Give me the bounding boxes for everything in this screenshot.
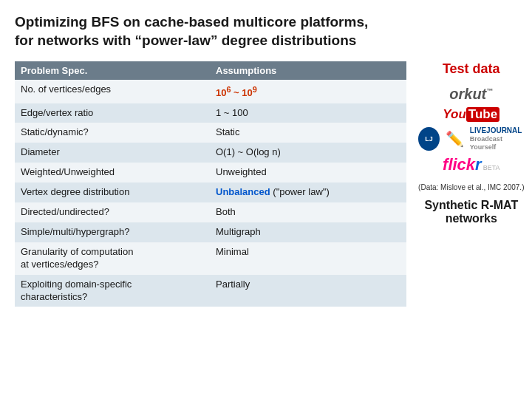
table-row: Vertex degree distribution Unbalanced ("…: [15, 183, 406, 202]
col-header-assumption: Assumptions: [210, 61, 406, 80]
flickr-logo: flickr BETA: [443, 155, 499, 174]
spec-cell: No. of vertices/edges: [15, 80, 210, 103]
spec-cell: Edge/vertex ratio: [15, 103, 210, 123]
table-row: Weighted/Unweighted Unweighted: [15, 163, 406, 183]
livejournal-row: LJ ✏️ LIVEJOURNALBroadcast Yourself: [418, 126, 525, 151]
right-panel: Test data orkut™ YouTube LJ ✏️ LIVEJOURN…: [418, 61, 525, 392]
assumption-cell: Static: [210, 123, 406, 143]
table-header-row: Problem Spec. Assumptions: [15, 61, 406, 80]
assumption-cell: Unbalanced ("power law"): [210, 183, 406, 202]
synthetic-rmat-label: Synthetic R-MAT networks: [424, 199, 518, 225]
unbalanced-text: Unbalanced: [216, 186, 270, 197]
livejournal-logo: LIVEJOURNALBroadcast Yourself: [470, 126, 525, 151]
table-row: Static/dynamic? Static: [15, 123, 406, 143]
spec-cell: Exploiting domain-specificcharacteristic…: [15, 275, 210, 307]
assumption-cell: O(1) ~ O(log n): [210, 143, 406, 163]
test-data-label: Test data: [443, 61, 500, 77]
main-content: Problem Spec. Assumptions No. of vertice…: [15, 61, 517, 392]
table-row: Granularity of computationat vertices/ed…: [15, 242, 406, 275]
spec-cell: Simple/multi/hypergraph?: [15, 222, 210, 242]
assumption-value: 106 ~ 109: [216, 87, 257, 98]
spec-cell: Weighted/Unweighted: [15, 163, 210, 183]
table-row: Diameter O(1) ~ O(log n): [15, 143, 406, 163]
specs-table: Problem Spec. Assumptions No. of vertice…: [15, 61, 406, 307]
imc-note: (Data: Mislove et al., IMC 2007.): [418, 183, 524, 191]
table-row: Exploiting domain-specificcharacteristic…: [15, 275, 406, 307]
assumption-cell: Both: [210, 202, 406, 222]
spec-cell: Vertex degree distribution: [15, 183, 210, 202]
page-container: Optimizing BFS on cache-based multicore …: [0, 0, 532, 399]
table-row: Simple/multi/hypergraph? Multigraph: [15, 222, 406, 242]
table-area: Problem Spec. Assumptions No. of vertice…: [15, 61, 406, 392]
table-row: No. of vertices/edges 106 ~ 109: [15, 80, 406, 103]
spec-cell: Granularity of computationat vertices/ed…: [15, 242, 210, 275]
power-law-text: ("power law"): [273, 186, 329, 197]
assumption-cell: Partially: [210, 275, 406, 307]
orkut-logo: orkut™: [449, 86, 493, 103]
assumption-cell: Multigraph: [210, 222, 406, 242]
logo-area: orkut™ YouTube LJ ✏️ LIVEJOURNALBroadcas…: [418, 86, 525, 174]
page-title: Optimizing BFS on cache-based multicore …: [15, 13, 517, 50]
lj-icon: LJ: [418, 127, 440, 151]
spec-cell: Directed/undirected?: [15, 202, 210, 222]
assumption-cell: 1 ~ 100: [210, 103, 406, 123]
spec-cell: Static/dynamic?: [15, 123, 210, 143]
spec-cell: Diameter: [15, 143, 210, 163]
col-header-spec: Problem Spec.: [15, 61, 210, 80]
table-row: Directed/undirected? Both: [15, 202, 406, 222]
assumption-cell: 106 ~ 109: [210, 80, 406, 103]
youtube-logo: YouTube: [443, 107, 499, 122]
assumption-cell: Minimal: [210, 242, 406, 275]
table-row: Edge/vertex ratio 1 ~ 100: [15, 103, 406, 123]
assumption-cell: Unweighted: [210, 163, 406, 183]
pencil-icon: ✏️: [446, 130, 464, 148]
